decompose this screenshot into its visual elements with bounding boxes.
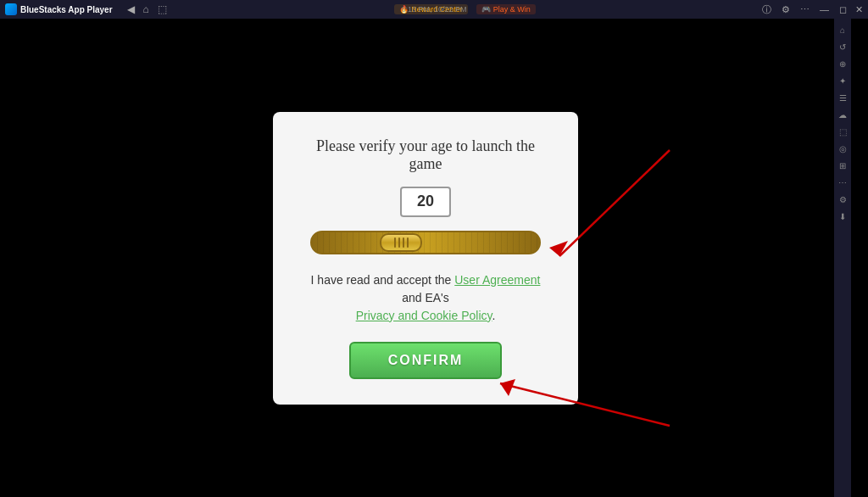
agreement-text: I have read and accept the User Agreemen…	[307, 271, 544, 325]
age-slider-thumb[interactable]	[380, 233, 422, 252]
bluestacks-logo: BlueStacks App Player	[5, 3, 113, 15]
age-input-container	[307, 187, 544, 217]
bluestacks-logo-icon	[5, 3, 17, 15]
confirm-button[interactable]: CONFIRM	[349, 342, 502, 379]
sidebar-icon-11[interactable]: ⚙	[835, 192, 850, 207]
close-icon[interactable]: ✕	[855, 4, 863, 15]
slider-thumb-line-2	[398, 237, 400, 248]
slider-thumb-line-4	[407, 237, 409, 248]
slider-thumb-lines	[394, 237, 409, 248]
home-icon[interactable]: ⌂	[141, 3, 152, 15]
play-win-button[interactable]: 🎮 Play & Win	[476, 4, 536, 14]
sidebar-icon-10[interactable]: ⋯	[835, 175, 850, 190]
agreement-text-after: .	[492, 309, 495, 322]
slider-container	[307, 231, 544, 254]
titlebar-nav: ◀ ⌂ ⬚	[125, 3, 170, 15]
settings-icon[interactable]: ⚙	[780, 4, 792, 15]
sidebar-icon-6[interactable]: ☁	[835, 107, 850, 122]
game-background: Please verify your age to launch the gam…	[0, 19, 851, 497]
age-verification-dialog: Please verify your age to launch the gam…	[273, 112, 578, 405]
titlebar: BlueStacks App Player ◀ ⌂ ⬚ 6:10 PM, 10/…	[0, 0, 868, 19]
bluestacks-logo-text: BlueStacks App Player	[20, 5, 113, 14]
main-area: Please verify your age to launch the gam…	[0, 19, 851, 497]
age-slider-track	[310, 231, 541, 254]
tabs-icon[interactable]: ⬚	[155, 3, 170, 15]
slider-thumb-line-1	[394, 237, 396, 248]
sidebar-icon-4[interactable]: ✦	[835, 73, 850, 88]
sidebar-icon-12[interactable]: ⬇	[835, 209, 850, 224]
sidebar-icon-9[interactable]: ⊞	[835, 158, 850, 173]
minimize-icon[interactable]: —	[818, 4, 831, 14]
agreement-text-before: I have read and accept the	[311, 273, 455, 287]
right-sidebar: ⌂ ↺ ⊕ ✦ ☰ ☁ ⬚ ◎ ⊞ ⋯ ⚙ ⬇	[834, 19, 851, 497]
titlebar-left: BlueStacks App Player ◀ ⌂ ⬚	[5, 3, 170, 15]
info-icon[interactable]: ⓘ	[760, 3, 773, 16]
sidebar-icon-1[interactable]: ⌂	[835, 22, 850, 37]
back-icon[interactable]: ◀	[125, 3, 137, 15]
slider-track-inner	[312, 232, 539, 253]
agreement-text-middle: and EA's	[402, 291, 449, 304]
slider-thumb-line-3	[403, 237, 404, 248]
restore-icon[interactable]: ◻	[837, 4, 849, 15]
sidebar-icon-5[interactable]: ☰	[835, 90, 850, 105]
titlebar-time: 6:10 PM, 10/22 PM	[401, 0, 466, 19]
user-agreement-link[interactable]: User Agreement	[454, 273, 540, 287]
play-win-icon: 🎮	[481, 5, 491, 14]
sidebar-icon-2[interactable]: ↺	[835, 39, 850, 54]
dialog-overlay: Please verify your age to launch the gam…	[0, 19, 851, 497]
dialog-title: Please verify your age to launch the gam…	[307, 137, 544, 173]
titlebar-right: ⓘ ⚙ ⋯ — ◻ ✕	[760, 3, 863, 16]
sidebar-icon-3[interactable]: ⊕	[835, 56, 850, 71]
age-input[interactable]	[400, 187, 451, 217]
sidebar-icon-7[interactable]: ⬚	[835, 124, 850, 139]
more-icon[interactable]: ⋯	[798, 4, 811, 15]
privacy-policy-link[interactable]: Privacy and Cookie Policy	[356, 309, 492, 322]
sidebar-icon-8[interactable]: ◎	[835, 141, 850, 156]
